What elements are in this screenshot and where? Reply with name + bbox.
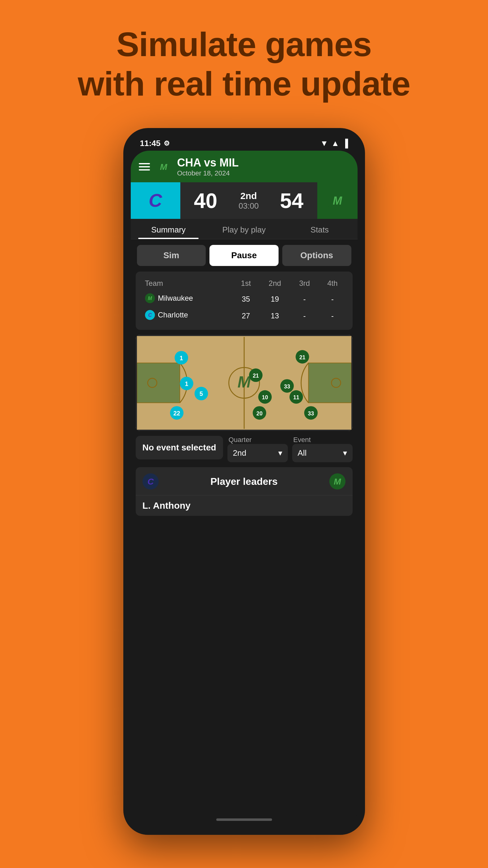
score-area: C 40 2nd 03:00 54 M (131, 182, 358, 219)
svg-text:21: 21 (299, 354, 305, 361)
mil-q1: 35 (232, 291, 259, 308)
quarter-label: Quarter (227, 436, 288, 444)
no-event-box: No event selected (136, 436, 223, 459)
mil-logo-small: M (145, 293, 155, 303)
leaders-title: Player leaders (210, 476, 278, 487)
chevron-down-icon: ▾ (343, 448, 347, 458)
cha-q1: 27 (232, 308, 259, 324)
table-row: M Milwaukee 35 19 - - (142, 291, 347, 308)
player-name: L. Anthony (142, 500, 346, 511)
leaders-body: L. Anthony (136, 495, 353, 516)
svg-text:22: 22 (173, 410, 180, 416)
cha-q4: - (319, 308, 346, 324)
svg-text:33: 33 (284, 383, 290, 390)
phone-screen: M CHA vs MIL October 18, 2024 C 40 2nd 0… (131, 151, 358, 827)
svg-text:M: M (148, 296, 152, 301)
filter-controls: Quarter 2nd ▾ Event All ▾ (227, 436, 353, 462)
tab-bar: Summary Play by play Stats (131, 219, 358, 239)
event-dropdown[interactable]: All ▾ (292, 444, 353, 462)
time-display-game: 03:00 (238, 201, 259, 211)
table-row: C Charlotte 27 13 - - (142, 308, 347, 324)
options-button[interactable]: Options (282, 245, 351, 266)
score-center: 40 2nd 03:00 54 (180, 182, 317, 219)
leaders-header: C Player leaders M (136, 467, 353, 495)
page-title: Simulate games with real time update (78, 25, 410, 103)
home-indicator (216, 818, 272, 821)
player-leaders-section: C Player leaders M L. Anthony (136, 467, 353, 516)
col-q1: 1st (232, 277, 259, 291)
cha-q3: - (290, 308, 319, 324)
mil-q2: 19 (259, 291, 290, 308)
event-label: Event (292, 436, 353, 444)
cha-q2: 13 (259, 308, 290, 324)
svg-text:11: 11 (293, 394, 299, 401)
mil-q3: - (290, 291, 319, 308)
court-section: M 1 1 5 22 21 (136, 335, 353, 431)
simulation-controls: Sim Pause Options (131, 239, 358, 272)
col-team: Team (142, 277, 233, 291)
svg-text:M: M (334, 477, 341, 486)
home-score: 54 (280, 188, 304, 213)
col-q4: 4th (319, 277, 346, 291)
event-filter-area: No event selected Quarter 2nd ▾ Event A (131, 436, 358, 467)
team-name-cha: C Charlotte (142, 308, 233, 324)
mil-q4: - (319, 291, 346, 308)
tab-play-by-play[interactable]: Play by play (206, 219, 282, 239)
team-name-mil: M Milwaukee (142, 291, 233, 308)
svg-rect-12 (308, 363, 351, 403)
score-table: Team 1st 2nd 3rd 4th M (142, 277, 347, 324)
svg-text:1: 1 (180, 354, 183, 362)
app-header: M CHA vs MIL October 18, 2024 (131, 151, 358, 182)
mil-logo-leaders: M (329, 473, 346, 490)
col-q2: 2nd (259, 277, 290, 291)
home-team-logo: M (317, 182, 358, 219)
match-date: October 18, 2024 (177, 169, 239, 177)
pause-button[interactable]: Pause (209, 245, 279, 266)
quarter-filter: Quarter 2nd ▾ (227, 436, 288, 462)
svg-text:M: M (333, 194, 343, 207)
score-table-section: Team 1st 2nd 3rd 4th M (136, 272, 353, 330)
signal-icon: ▲ (331, 138, 339, 148)
chevron-down-icon: ▾ (278, 448, 282, 458)
event-filter: Event All ▾ (292, 436, 353, 462)
court-svg: M 1 1 5 22 21 (137, 336, 351, 430)
status-bar: 11:45 ⚙ ▼ ▲ ▐ (131, 135, 358, 151)
svg-text:C: C (148, 312, 152, 318)
away-score: 40 (194, 188, 218, 213)
battery-icon: ▐ (343, 138, 348, 148)
svg-text:C: C (147, 477, 154, 486)
time-display: 11:45 (140, 138, 161, 148)
svg-text:1: 1 (185, 380, 188, 387)
cha-logo-small: C (145, 310, 155, 320)
wifi-icon: ▼ (320, 138, 328, 148)
phone-mockup: 11:45 ⚙ ▼ ▲ ▐ M CHA vs MIL October 18, 2… (123, 128, 365, 835)
svg-rect-11 (137, 363, 180, 403)
svg-text:20: 20 (256, 410, 262, 416)
tab-summary[interactable]: Summary (131, 219, 206, 239)
svg-text:10: 10 (262, 394, 268, 401)
header-team-logo: M (156, 159, 172, 175)
sim-button[interactable]: Sim (137, 245, 206, 266)
svg-text:21: 21 (253, 373, 259, 379)
match-title: CHA vs MIL (177, 156, 239, 169)
bottom-bar (131, 812, 358, 827)
svg-text:33: 33 (308, 410, 314, 416)
col-q3: 3rd (290, 277, 319, 291)
quarter-display: 2nd (238, 191, 259, 201)
menu-button[interactable] (139, 163, 150, 170)
cha-logo-leaders: C (142, 473, 159, 490)
svg-text:5: 5 (199, 391, 203, 397)
quarter-dropdown[interactable]: 2nd ▾ (227, 444, 288, 462)
away-team-logo: C (131, 182, 180, 219)
svg-text:M: M (160, 162, 167, 172)
tab-stats[interactable]: Stats (282, 219, 358, 239)
settings-icon: ⚙ (164, 140, 170, 148)
